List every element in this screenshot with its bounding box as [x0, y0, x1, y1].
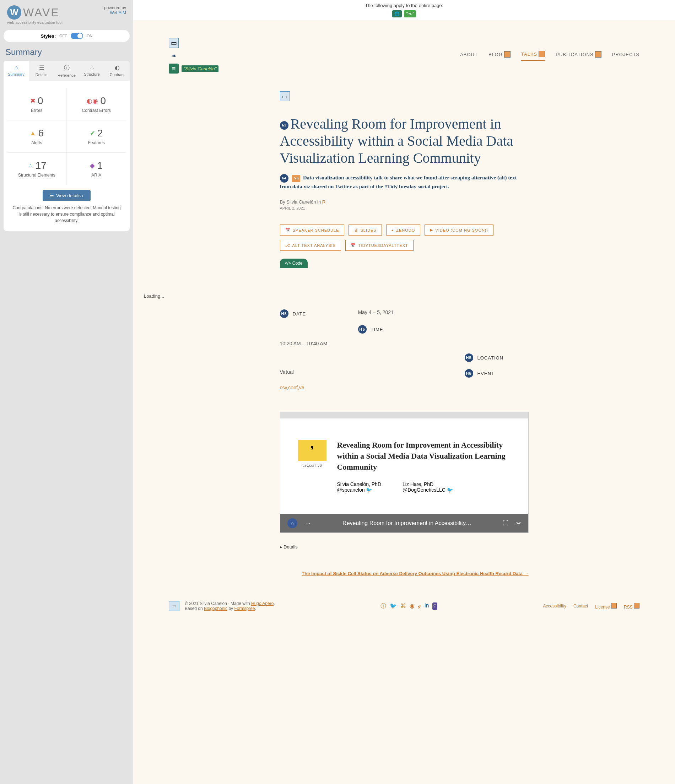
tab-contrast[interactable]: ◐Contrast: [104, 61, 130, 81]
resource-button-speaker-schedule[interactable]: 📅 SPEAKER SCHEDULE: [280, 224, 345, 235]
formspree-link[interactable]: Formspree: [234, 606, 255, 611]
linkedin-icon[interactable]: in: [425, 602, 429, 610]
nav-publications[interactable]: PUBLICATIONS: [556, 51, 601, 61]
resource-button-alt-text-analysis[interactable]: ⎇ ALT TEXT ANALYSIS: [280, 240, 341, 251]
orcid-icon[interactable]: ◉: [410, 602, 415, 610]
congrats-message: Congratulations! No errors were detected…: [7, 205, 126, 224]
details-toggle[interactable]: ▸ Details: [280, 544, 298, 549]
nav-region-icon: ▭: [280, 91, 290, 101]
time-value: 10:20 AM – 10:40 AM: [280, 341, 529, 346]
share-button[interactable]: ⫘: [515, 520, 521, 526]
fullscreen-button[interactable]: ⛶: [503, 520, 509, 526]
event-link[interactable]: csv,conf,v6: [280, 385, 305, 390]
twitter-icon[interactable]: 🐦: [390, 602, 397, 610]
next-post-link: The Impact of Sickle Cell Status on Adve…: [280, 571, 529, 576]
social-links: ⓘ 🐦 ⌘ ◉ ℊ in ୯: [381, 602, 437, 610]
next-slide-button[interactable]: →: [305, 520, 311, 527]
wave-logo-icon: W: [7, 5, 21, 20]
nav-about[interactable]: ABOUT: [460, 51, 478, 61]
summary-panel: ✖ 0Errors◐◉ 0Contrast Errors▲ 6Alerts✔ 2…: [3, 81, 130, 231]
category-link[interactable]: R: [322, 199, 325, 205]
main-content: The following apply to the entire page: …: [133, 0, 675, 784]
location-value: Virtual: [280, 369, 344, 378]
loading-text: Loading...: [144, 293, 639, 299]
author-2: Liz Hare, PhD @DogGeneticsLLC 🐦: [403, 481, 453, 493]
scholar-icon[interactable]: ℊ: [418, 602, 421, 610]
resource-buttons: 📅 SPEAKER SCHEDULE🖥 SLIDES● ZENODO▶ VIDE…: [280, 224, 529, 251]
csv-conf-icon: ❜: [298, 440, 327, 461]
slides-embed: ❜ csv,conf,v6 Revealing Room for Improve…: [280, 412, 529, 533]
date-value: May 4 – 5, 2021: [358, 310, 451, 318]
sidebar-tabs: ⌂Summary☰DetailsⓘReference⛬Structure◐Con…: [3, 61, 130, 81]
wave-subtitle: web accessibility evaluation tool: [7, 20, 62, 25]
tab-structure[interactable]: ⛬Structure: [79, 61, 104, 81]
page-subtitle: h4 ↘h Data visualization accessibility t…: [280, 174, 529, 190]
globe-icon: 🌐: [392, 10, 402, 17]
blogophonic-link[interactable]: Blogophonic: [204, 606, 227, 611]
link-marker-icon: [634, 603, 639, 608]
link-marker-icon: [611, 603, 617, 608]
site-title-badge: "Silvia Canelón": [182, 65, 218, 72]
summary-heading: Summary: [5, 47, 128, 57]
article: ▭ h1Revealing Room for Improvement in Ac…: [280, 91, 529, 251]
tab-reference[interactable]: ⓘReference: [54, 61, 79, 81]
mastodon-icon[interactable]: ୯: [432, 602, 437, 610]
h5-badge: h5: [280, 310, 288, 318]
embed-bottom-title: Revealing Room for Improvement in Access…: [319, 520, 496, 526]
stat-structural-elements: ⛬ 17Structural Elements: [7, 153, 67, 185]
code-badge: </> Code: [280, 258, 308, 268]
nav-marker-icon: ▭: [169, 38, 179, 48]
link-marker-icon: [538, 51, 545, 57]
wave-header: W WAVE web accessibility evaluation tool…: [3, 3, 130, 26]
tab-details[interactable]: ☰Details: [29, 61, 54, 81]
embed-controls: ⌂ → Revealing Room for Improvement in Ac…: [280, 514, 528, 532]
github-icon[interactable]: ⌘: [400, 602, 406, 610]
embed-title: Revealing Room for Improvement in Access…: [337, 440, 510, 473]
stat-features: ✔ 2Features: [67, 120, 126, 153]
stat-alerts: ▲ 6Alerts: [7, 120, 67, 153]
footer-link-accessibility[interactable]: Accessibility: [543, 604, 566, 608]
main-nav: ABOUTBLOG TALKS PUBLICATIONS PROJECTS: [460, 51, 639, 61]
h1-badge: h1: [280, 121, 288, 130]
resource-button-tidytuesdayalttext[interactable]: 📅 TIDYTUESDAYALTTEXT: [345, 240, 414, 251]
footer-link-contact[interactable]: Contact: [573, 604, 588, 608]
stat-errors: ✖ 0Errors: [7, 88, 67, 120]
h5-badge: h5: [465, 369, 473, 378]
twitter-icon: 🐦: [447, 487, 453, 493]
h5-badge: h5: [358, 325, 367, 334]
webaim-link[interactable]: WebAIM: [110, 10, 126, 15]
nav-projects[interactable]: PROJECTS: [612, 51, 639, 61]
nav-blog[interactable]: BLOG: [488, 51, 510, 61]
hugo-link[interactable]: Hugo Apéro: [251, 601, 274, 606]
leaf-icon: ❧: [169, 51, 179, 61]
footer-link-license[interactable]: License: [595, 603, 617, 610]
nav-talks[interactable]: TALKS: [521, 51, 545, 61]
resource-button-zenodo[interactable]: ● ZENODO: [386, 224, 421, 235]
wave-title: WAVE: [23, 6, 60, 19]
aria-icon: ≡: [169, 64, 179, 73]
twitter-icon: 🐦: [366, 487, 372, 493]
wave-logo: W WAVE web accessibility evaluation tool: [7, 5, 62, 25]
site-header: ▭ ❧ ≡ "Silvia Canelón" ABOUTBLOG TALKS P…: [169, 38, 639, 73]
info-icon[interactable]: ⓘ: [381, 602, 386, 610]
home-slide-button[interactable]: ⌂: [288, 518, 297, 528]
tab-summary[interactable]: ⌂Summary: [3, 61, 29, 81]
footer-link-rss[interactable]: RSS: [624, 603, 639, 610]
lang-badge: "en": [404, 10, 416, 17]
view-details-button[interactable]: ☰View details ›: [43, 190, 90, 201]
author-1: Silvia Canelón, PhD @spcanelon 🐦: [337, 481, 381, 493]
page-title: h1Revealing Room for Improvement in Acce…: [280, 115, 529, 166]
resource-button-video-coming-soon-[interactable]: ▶ VIDEO (COMING SOON!): [425, 224, 493, 235]
resource-button-slides[interactable]: 🖥 SLIDES: [348, 224, 381, 235]
powered-by: powered by WebAIM: [104, 5, 126, 15]
footer-region-icon: ▭: [169, 601, 179, 611]
wave-sidebar: W WAVE web accessibility evaluation tool…: [0, 0, 133, 784]
h5-badge: h5: [465, 353, 473, 362]
link-marker-icon: [504, 51, 510, 58]
styles-toggle[interactable]: [71, 33, 83, 39]
alert-icon: ↘h: [292, 175, 300, 182]
h4-badge: h4: [280, 174, 288, 183]
publish-date: APRIL 2, 2021: [280, 206, 529, 210]
stat-contrast-errors: ◐◉ 0Contrast Errors: [67, 88, 126, 120]
styles-toggle-bar: Styles: OFF ON: [3, 30, 130, 42]
